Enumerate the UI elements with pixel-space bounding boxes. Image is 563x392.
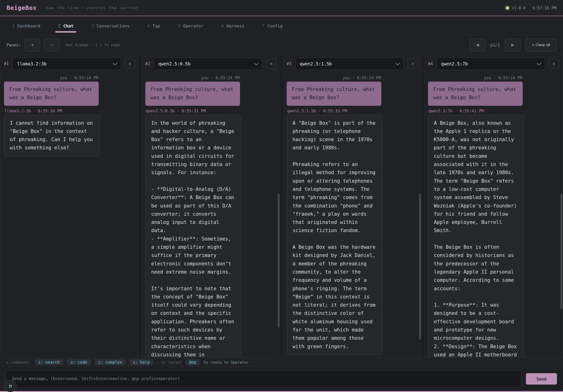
tab-operator[interactable]: 5 Operator: [174, 16, 207, 35]
clock: 6:57:16 PM: [533, 6, 556, 10]
model-select[interactable]: llama3.2:3b: [13, 58, 121, 70]
assistant-message-box: A "Beige Box" is part of the phreaking (…: [287, 115, 383, 355]
message-list[interactable]: you · 6:55:24 PM From Phreaking culture,…: [0, 72, 139, 358]
message-input[interactable]: [6, 370, 521, 387]
chat-pane-2: #2 qwen2.5:0.5b × you · 6:55:24 PM From …: [141, 54, 280, 358]
chevron-down-icon: [537, 61, 541, 65]
model-select-value: qwen2.5:7b: [441, 61, 468, 66]
tab-label: Tap: [153, 24, 160, 28]
next-page-button[interactable]: ▶: [505, 39, 521, 51]
assistant-message-meta: qwen2.5:0.5b · 6:55:31 PM: [146, 109, 241, 113]
model-select[interactable]: qwen2.5:1.5b: [295, 58, 404, 70]
user-message-meta: you · 6:55:24 PM: [4, 76, 98, 80]
or-target-text: — or target: [157, 360, 182, 365]
pane-index: #1: [4, 61, 9, 66]
tab-number: 4: [147, 24, 150, 28]
pane-index: #3: [287, 61, 291, 66]
user-message: you · 6:55:24 PM From Phreaking culture,…: [428, 76, 523, 106]
app-version: v1.0.0: [512, 6, 525, 10]
assistant-message: qwen2.5:1.5b · 6:55:33 PM A "Beige Box" …: [287, 109, 383, 355]
chat-pane-4: #4 qwen2.5:7b × you · 6:55:24 PM From Ph…: [424, 54, 563, 358]
message-list[interactable]: you · 6:55:24 PM From Phreaking culture,…: [141, 72, 280, 358]
panes-label: Panes:: [7, 43, 21, 47]
pane-scrollbar[interactable]: [278, 194, 280, 327]
tab-number: 3: [91, 24, 93, 28]
pane-header: #3 qwen2.5:1.5b ×: [283, 54, 422, 72]
remove-pane-button[interactable]: −: [44, 39, 59, 51]
tab-number: 5: [178, 24, 180, 28]
user-message: you · 6:55:24 PM From Phreaking culture,…: [287, 76, 381, 106]
tab-harness[interactable]: 6 Harness: [218, 16, 248, 35]
message-list[interactable]: you · 6:55:24 PM From Phreaking culture,…: [283, 72, 422, 358]
chevron-down-icon: [396, 61, 400, 65]
bottom-accent-line: [0, 391, 563, 392]
tab-number: 6: [221, 24, 224, 28]
model-select[interactable]: qwen2.5:7b: [436, 58, 545, 70]
pane-scrollbar[interactable]: [560, 194, 562, 309]
assistant-message-box: A Beige Box, also known as the Apple 1 r…: [428, 115, 524, 358]
model-select[interactable]: qwen2.5:0.5b: [154, 58, 262, 70]
tab-number: 7: [262, 24, 264, 28]
close-pane-button[interactable]: ×: [549, 59, 559, 69]
page-indicator: p1/1: [490, 43, 500, 47]
close-pane-button[interactable]: ×: [125, 59, 135, 69]
close-pane-button[interactable]: ×: [407, 59, 418, 69]
tab-number: 2: [58, 24, 61, 28]
user-message-bubble: From Phreaking culture, what was a Beige…: [145, 82, 240, 106]
user-message-bubble: From Phreaking culture, what was a Beige…: [428, 82, 523, 106]
tab-label: Operator: [183, 24, 204, 28]
tab-bar: 1 Dashboard 2 Chat 3 Conversations 4 Tap…: [0, 16, 563, 36]
assistant-message-meta: qwen2.5:7b · 6:55:41 PM: [428, 109, 524, 113]
panes-grid: #1 llama3.2:3b × you · 6:55:24 PM From P…: [0, 54, 563, 358]
tab-tap[interactable]: 4 Tap: [144, 16, 164, 35]
route-operator-text: to route to Operator: [204, 360, 249, 365]
user-message: you · 6:55:24 PM From Phreaking culture,…: [145, 76, 240, 106]
add-pane-button[interactable]: +: [25, 39, 40, 51]
assistant-message-box: In the world of phreaking and hacker cul…: [145, 115, 242, 358]
app-tagline: tap the line · control the carrier: [46, 6, 139, 10]
close-pane-button[interactable]: ×: [266, 59, 276, 69]
tab-config[interactable]: 7 Config: [258, 16, 286, 35]
tab-chat[interactable]: 2 Chat: [54, 16, 77, 35]
chevron-down-icon: [254, 61, 258, 65]
beigebox-app: BeigeBox tap the line · control the carr…: [0, 0, 563, 392]
z-commands-label: z-commands:: [6, 360, 31, 365]
tab-label: Dashboard: [17, 24, 40, 28]
message-list[interactable]: you · 6:55:24 PM From Phreaking culture,…: [424, 72, 563, 358]
z-complex-chip[interactable]: z: complex: [95, 359, 126, 365]
op-chip[interactable]: @op: [186, 359, 200, 365]
pi-button[interactable]: π: [4, 380, 16, 392]
send-button[interactable]: Send: [526, 373, 557, 384]
app-logo: BeigeBox: [7, 4, 37, 11]
assistant-message: qwen2.5:7b · 6:55:41 PM A Beige Box, als…: [428, 109, 524, 358]
tab-number: 1: [12, 24, 14, 28]
z-code-chip[interactable]: z: code: [67, 359, 91, 365]
user-message-bubble: From Phreaking culture, what was a Beige…: [287, 82, 381, 106]
z-search-chip[interactable]: z: search: [35, 359, 63, 365]
assistant-message: qwen2.5:0.5b · 6:55:31 PM In the world o…: [145, 109, 242, 358]
panes-hint: max 4/page · [ ] to page: [66, 43, 120, 47]
model-select-value: llama3.2:3b: [17, 61, 46, 66]
assistant-message-meta: qwen2.5:1.5b · 6:55:33 PM: [287, 109, 382, 113]
tab-label: Config: [268, 24, 283, 28]
assistant-message-meta: llama3.2:3b · 6:55:30 PM: [4, 109, 100, 113]
assistant-message-box: I cannot find information on "Beige Box"…: [4, 115, 100, 157]
pane-index: #4: [428, 61, 433, 66]
chat-pane-1: #1 llama3.2:3b × you · 6:55:24 PM From P…: [0, 54, 139, 358]
user-message-meta: you · 6:55:24 PM: [146, 76, 240, 80]
pane-index: #2: [145, 61, 150, 66]
clear-all-button[interactable]: × Clear all: [526, 39, 556, 51]
chevron-down-icon: [113, 61, 117, 65]
prev-page-button[interactable]: ◀: [470, 39, 485, 51]
model-select-value: qwen2.5:0.5b: [158, 61, 190, 66]
assistant-message: llama3.2:3b · 6:55:30 PM I cannot find i…: [4, 109, 100, 157]
tab-dashboard[interactable]: 1 Dashboard: [8, 16, 44, 35]
z-commands-bar: z-commands: z: search z: code z: complex…: [0, 358, 563, 367]
user-message-bubble: From Phreaking culture, what was a Beige…: [4, 82, 99, 106]
tab-conversations[interactable]: 3 Conversations: [88, 16, 133, 35]
pane-header: #4 qwen2.5:7b ×: [424, 54, 563, 72]
z-help-chip[interactable]: z: help: [129, 359, 153, 365]
panes-toolbar: Panes: + − max 4/page · [ ] to page ◀ p1…: [0, 36, 563, 54]
pane-scrollbar[interactable]: [419, 194, 421, 340]
user-message-meta: you · 6:55:24 PM: [287, 76, 381, 80]
